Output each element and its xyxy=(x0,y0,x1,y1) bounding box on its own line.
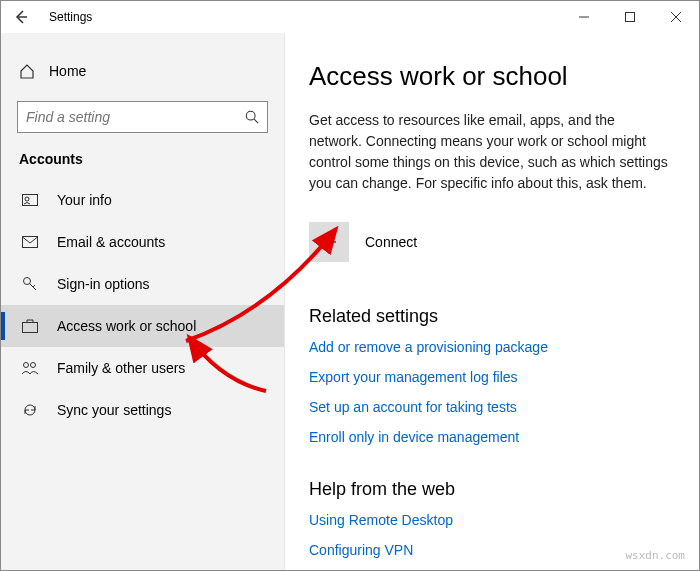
window-title: Settings xyxy=(49,10,92,24)
close-icon xyxy=(671,12,681,22)
maximize-button[interactable] xyxy=(607,1,653,33)
page-description: Get access to resources like email, apps… xyxy=(309,110,669,194)
svg-point-11 xyxy=(24,363,29,368)
connect-row: Connect xyxy=(309,222,669,262)
help-heading: Help from the web xyxy=(309,479,669,500)
home-label: Home xyxy=(49,63,86,79)
nav-label: Sync your settings xyxy=(57,402,171,418)
maximize-icon xyxy=(625,12,635,22)
home-nav[interactable]: Home xyxy=(1,51,284,91)
arrow-left-icon xyxy=(13,9,29,25)
nav-label: Access work or school xyxy=(57,318,196,334)
search-box[interactable] xyxy=(17,101,268,133)
plus-icon xyxy=(321,234,337,250)
svg-point-7 xyxy=(25,197,29,201)
help-links: Using Remote Desktop Configuring VPN xyxy=(309,512,669,558)
title-bar: Settings xyxy=(1,1,699,33)
svg-rect-1 xyxy=(626,13,635,22)
nav-sync-settings[interactable]: Sync your settings xyxy=(1,389,284,431)
main-content: Access work or school Get access to reso… xyxy=(285,33,699,570)
nav-label: Family & other users xyxy=(57,360,185,376)
svg-line-5 xyxy=(254,119,258,123)
connect-label: Connect xyxy=(365,234,417,250)
people-icon xyxy=(21,359,39,377)
svg-rect-8 xyxy=(23,237,38,248)
nav-access-work-school[interactable]: Access work or school xyxy=(1,305,284,347)
nav-family-users[interactable]: Family & other users xyxy=(1,347,284,389)
close-button[interactable] xyxy=(653,1,699,33)
watermark: wsxdn.com xyxy=(625,549,685,562)
minimize-button[interactable] xyxy=(561,1,607,33)
minimize-icon xyxy=(579,12,589,22)
mail-icon xyxy=(21,233,39,251)
search-input[interactable] xyxy=(18,102,233,132)
person-card-icon xyxy=(21,191,39,209)
nav-label: Your info xyxy=(57,192,112,208)
nav-your-info[interactable]: Your info xyxy=(1,179,284,221)
related-links: Add or remove a provisioning package Exp… xyxy=(309,339,669,445)
connect-button[interactable] xyxy=(309,222,349,262)
svg-point-9 xyxy=(24,278,31,285)
search-icon xyxy=(245,110,259,124)
svg-point-12 xyxy=(31,363,36,368)
link-test-account[interactable]: Set up an account for taking tests xyxy=(309,399,669,415)
link-configure-vpn[interactable]: Configuring VPN xyxy=(309,542,669,558)
sidebar: Home Accounts Your info Email & accounts xyxy=(1,33,285,570)
sync-icon xyxy=(21,401,39,419)
nav-signin-options[interactable]: Sign-in options xyxy=(1,263,284,305)
link-provisioning[interactable]: Add or remove a provisioning package xyxy=(309,339,669,355)
back-button[interactable] xyxy=(1,1,41,33)
page-heading: Access work or school xyxy=(309,61,669,92)
link-export-logs[interactable]: Export your management log files xyxy=(309,369,669,385)
nav-label: Sign-in options xyxy=(57,276,150,292)
svg-point-4 xyxy=(246,111,255,120)
section-header: Accounts xyxy=(1,151,284,179)
home-icon xyxy=(19,63,35,79)
link-remote-desktop[interactable]: Using Remote Desktop xyxy=(309,512,669,528)
nav-email-accounts[interactable]: Email & accounts xyxy=(1,221,284,263)
svg-rect-10 xyxy=(23,323,38,333)
related-settings-heading: Related settings xyxy=(309,306,669,327)
briefcase-icon xyxy=(21,317,39,335)
nav-label: Email & accounts xyxy=(57,234,165,250)
key-icon xyxy=(21,275,39,293)
link-enroll-mdm[interactable]: Enroll only in device management xyxy=(309,429,669,445)
